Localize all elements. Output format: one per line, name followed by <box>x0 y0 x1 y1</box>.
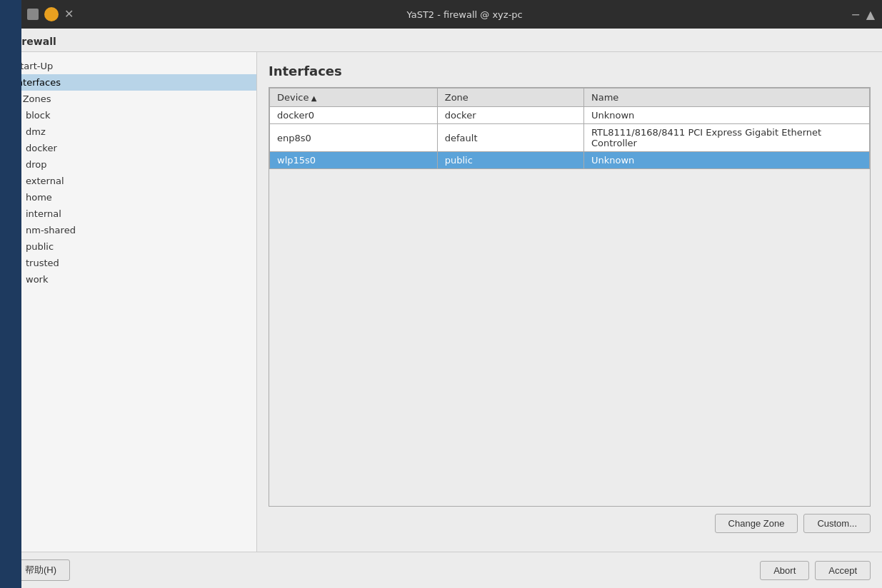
accept-button[interactable]: Accept <box>815 561 871 580</box>
sidebar-item-nm-shared-label: nm-shared <box>26 225 76 235</box>
sidebar-item-work-label: work <box>26 274 48 285</box>
sidebar-item-drop[interactable]: drop <box>0 156 256 173</box>
sidebar-item-work[interactable]: work <box>0 271 256 288</box>
sidebar-item-public-label: public <box>26 241 54 252</box>
cell-zone: public <box>437 152 583 169</box>
minimize-button[interactable]: − <box>851 8 860 21</box>
table-row[interactable]: enp8s0 default RTL8111/8168/8411 PCI Exp… <box>270 124 870 152</box>
custom-button[interactable]: Custom... <box>803 514 871 533</box>
sidebar-item-home-label: home <box>26 192 52 203</box>
sidebar-item-interfaces[interactable]: Interfaces <box>0 74 256 91</box>
sidebar-group-zones-label: Zones <box>23 93 51 104</box>
sidebar-item-dmz-label: dmz <box>26 126 46 137</box>
cell-device: docker0 <box>270 107 438 124</box>
table-row[interactable]: docker0 docker Unknown <box>270 107 870 124</box>
footer: 帮助(H) Abort Accept <box>0 552 882 588</box>
sidebar-item-drop-label: drop <box>26 159 47 170</box>
interfaces-table-container: Device Zone Name docker0 docker Unknown … <box>269 87 871 507</box>
window-title: YaST2 - firewall @ xyz-pc <box>407 9 523 20</box>
sidebar-item-trusted-label: trusted <box>26 258 59 268</box>
sidebar-item-block-label: block <box>26 110 51 121</box>
app-icon-pencil <box>27 9 39 20</box>
sidebar-group-zones[interactable]: ▼ Zones <box>0 91 256 107</box>
footer-right: Abort Accept <box>760 561 871 580</box>
cell-name: Unknown <box>584 152 870 169</box>
maximize-button[interactable]: ▲ <box>866 8 875 21</box>
sidebar-item-docker-label: docker <box>26 143 57 153</box>
close-button[interactable]: ✕ <box>64 7 79 21</box>
sidebar-item-home[interactable]: home <box>0 189 256 206</box>
sidebar-item-block[interactable]: block <box>0 107 256 123</box>
app-icon-yast <box>44 7 59 21</box>
titlebar: ✕ YaST2 - firewall @ xyz-pc − ▲ <box>0 0 882 29</box>
background-left-strip <box>0 0 21 588</box>
column-header-device[interactable]: Device <box>270 88 438 107</box>
column-header-zone[interactable]: Zone <box>437 88 583 107</box>
content-area: Start-Up Interfaces ▼ Zones block dmz do… <box>0 52 882 552</box>
sidebar-item-internal[interactable]: internal <box>0 206 256 222</box>
sidebar-item-dmz[interactable]: dmz <box>0 123 256 140</box>
cell-name: RTL8111/8168/8411 PCI Express Gigabit Et… <box>584 124 870 152</box>
column-header-name[interactable]: Name <box>584 88 870 107</box>
sidebar: Start-Up Interfaces ▼ Zones block dmz do… <box>0 52 257 552</box>
sidebar-item-trusted[interactable]: trusted <box>0 255 256 271</box>
sidebar-item-internal-label: internal <box>26 208 61 219</box>
cell-name: Unknown <box>584 107 870 124</box>
table-row-selected[interactable]: wlp15s0 public Unknown <box>270 152 870 169</box>
titlebar-controls: − ▲ <box>851 8 875 21</box>
change-zone-button[interactable]: Change Zone <box>715 514 798 533</box>
cell-device: enp8s0 <box>270 124 438 152</box>
sidebar-item-nm-shared[interactable]: nm-shared <box>0 222 256 238</box>
abort-button[interactable]: Abort <box>760 561 809 580</box>
interfaces-table: Device Zone Name docker0 docker Unknown … <box>269 88 870 169</box>
cell-zone: default <box>437 124 583 152</box>
panel-title: Interfaces <box>269 64 871 78</box>
window-header: Firewall <box>0 29 882 52</box>
sidebar-item-external[interactable]: external <box>0 173 256 189</box>
cell-device: wlp15s0 <box>270 152 438 169</box>
table-actions: Change Zone Custom... <box>269 514 871 533</box>
main-window: Firewall Start-Up Interfaces ▼ Zones blo… <box>0 29 882 588</box>
sidebar-item-docker[interactable]: docker <box>0 140 256 156</box>
sidebar-item-public[interactable]: public <box>0 238 256 255</box>
main-panel: Interfaces Device Zone Name docker0 dock… <box>257 52 882 552</box>
sidebar-item-external-label: external <box>26 176 64 186</box>
sidebar-item-start-up[interactable]: Start-Up <box>0 58 256 74</box>
cell-zone: docker <box>437 107 583 124</box>
